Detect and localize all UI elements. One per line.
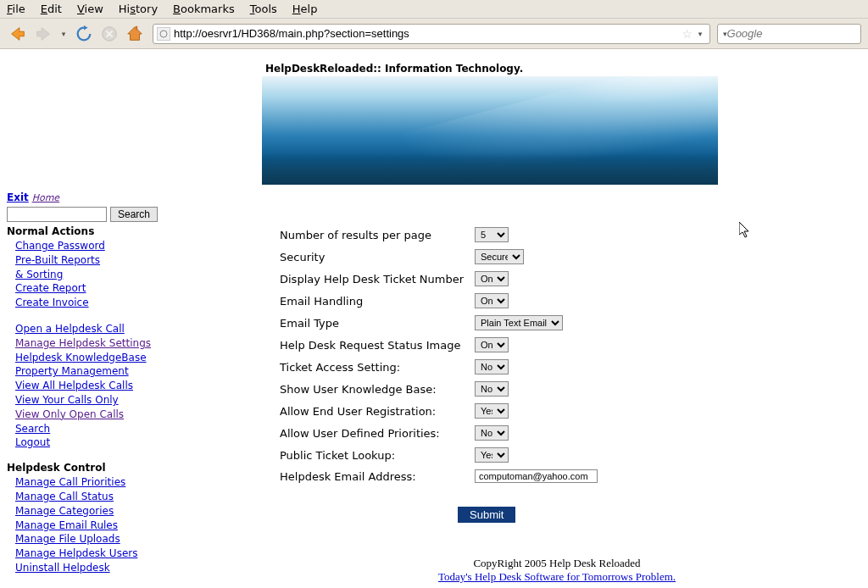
url-bar[interactable]: ☆ ▾ [153,24,710,44]
setting-label: Number of results per page [280,229,475,241]
banner-title: HelpDeskReloaded:: Information Technolog… [262,59,868,76]
setting-label: Public Ticket Lookup: [280,449,475,462]
reload-button[interactable] [73,23,95,45]
menu-bookmarks[interactable]: Bookmarks [173,3,235,15]
setting-select[interactable]: Plain Text Email [475,315,563,330]
submit-button[interactable]: Submit [458,507,515,523]
setting-select[interactable]: On [475,271,509,286]
sidebar-link[interactable]: Open a Helpdesk Call [15,322,163,336]
sidebar-link[interactable]: Search [15,422,163,436]
settings-row: Number of results per page5 [280,227,834,242]
sidebar-link[interactable]: Create Report [15,281,163,296]
settings-row: Email HandlingOn [280,293,834,308]
setting-select[interactable]: No [475,425,509,441]
setting-label: Email Handling [280,295,475,308]
site-identity-icon[interactable] [157,27,170,41]
menu-tools[interactable]: Tools [250,3,277,15]
sidebar-link[interactable]: Manage Categories [15,504,163,519]
menu-history[interactable]: History [119,3,158,15]
footer-tagline-link[interactable]: Today's Help Desk Software for Tomorrows… [438,570,676,583]
setting-label: Allow End User Registration: [280,405,475,418]
sidebar-link[interactable]: Manage Call Priorities [15,475,163,490]
sidebar-link[interactable]: Pre-Built Reports [15,253,163,268]
setting-select[interactable]: No [475,359,509,374]
setting-label: Helpdesk Email Address: [280,470,475,483]
exit-link[interactable]: Exit [7,191,29,203]
settings-form: Number of results per page5SecuritySecur… [280,227,834,483]
sidebar-link[interactable]: Create Invoice [15,296,163,310]
menu-edit[interactable]: Edit [41,3,62,15]
setting-select[interactable]: 5 [475,227,509,242]
setting-label: Help Desk Request Status Image [280,339,475,352]
section-normal-actions: Normal Actions [7,225,163,237]
sidebar-link[interactable]: View Only Open Calls [15,408,163,422]
sidebar-link[interactable]: Manage File Uploads [15,532,163,546]
url-history-dropdown[interactable]: ▾ [694,23,706,45]
sidebar-link[interactable]: View All Helpdesk Calls [15,379,163,393]
url-input[interactable] [174,27,680,40]
setting-select[interactable]: On [475,293,509,308]
sidebar: Exit Home Normal Actions Change Password… [0,185,170,588]
setting-select[interactable]: Secure [475,249,524,264]
svg-point-2 [160,31,167,37]
setting-select[interactable]: Yes [475,447,509,463]
settings-row: Ticket Access Setting:No [280,359,834,374]
setting-label: Ticket Access Setting: [280,361,475,374]
browser-search-box[interactable]: ▾ [717,24,861,44]
sidebar-link[interactable]: Change Password [15,239,163,253]
settings-row: Email TypePlain Text Email [280,315,834,330]
settings-row: Helpdesk Email Address: [280,469,834,483]
browser-search-input[interactable] [727,27,868,40]
svg-rect-1 [136,25,137,30]
forward-button[interactable] [32,23,54,45]
setting-select[interactable]: On [475,337,509,352]
sidebar-link[interactable]: & Sorting [15,268,163,282]
setting-label: Show User Knowledge Base: [280,383,475,396]
bookmark-star-icon[interactable]: ☆ [682,27,693,41]
settings-row: SecuritySecure [280,249,834,264]
settings-row: Show User Knowledge Base:No [280,381,834,397]
home-button[interactable] [124,23,146,45]
settings-row: Public Ticket Lookup:Yes [280,447,834,463]
copyright-text: CopyRight 2005 Help Desk Reloaded [280,557,834,570]
sidebar-search-input[interactable] [7,207,107,222]
sidebar-link[interactable]: View Your Calls Only [15,393,163,408]
sidebar-link[interactable]: Manage Call Status [15,490,163,504]
settings-row: Allow User Defined Priorities:No [280,425,834,441]
setting-select[interactable]: No [475,381,509,397]
sidebar-link[interactable]: Property Management [15,364,163,379]
sidebar-link[interactable]: Manage Helpdesk Settings [15,336,163,351]
menu-help[interactable]: Help [292,3,318,15]
sidebar-link[interactable]: Manage Email Rules [15,519,163,533]
nav-history-dropdown[interactable]: ▾ [58,23,70,45]
stop-button[interactable] [98,23,120,45]
sidebar-link[interactable]: Helpdesk KnowledgeBase [15,351,163,365]
section-helpdesk-control: Helpdesk Control [7,462,163,474]
sidebar-search-button[interactable] [110,207,158,222]
home-link[interactable]: Home [32,192,59,203]
browser-menubar: File Edit View History Bookmarks Tools H… [0,0,868,19]
sidebar-link[interactable]: Uninstall Helpdesk [15,561,163,575]
main-content: Number of results per page5SecuritySecur… [170,185,868,588]
settings-row: Display Help Desk Ticket NumberOn [280,271,834,286]
banner-image [262,76,718,185]
settings-row: Allow End User Registration:Yes [280,403,834,419]
menu-file[interactable]: File [7,3,25,15]
setting-label: Display Help Desk Ticket Number [280,273,475,286]
back-button[interactable] [7,23,29,45]
setting-select[interactable]: Yes [475,403,509,419]
settings-row: Help Desk Request Status ImageOn [280,337,834,352]
browser-toolbar: ▾ ☆ ▾ ▾ [0,19,868,49]
setting-text-input[interactable] [475,469,598,483]
setting-label: Security [280,251,475,263]
setting-label: Allow User Defined Priorities: [280,427,475,440]
sidebar-link[interactable]: Logout [15,435,163,450]
setting-label: Email Type [280,317,475,330]
menu-view[interactable]: View [77,3,103,15]
sidebar-link[interactable]: Manage Helpdesk Users [15,546,163,561]
